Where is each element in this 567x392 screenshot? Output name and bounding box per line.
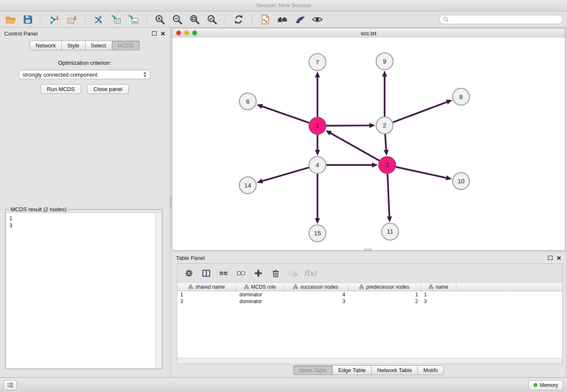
- memory-status-icon: [534, 383, 537, 387]
- network-snapshot-icon[interactable]: [259, 13, 272, 26]
- mcds-result-list[interactable]: 13: [6, 213, 155, 368]
- close-panel-icon[interactable]: [160, 31, 165, 36]
- float-table-panel-icon[interactable]: [548, 256, 553, 260]
- table-cell: 4: [284, 292, 348, 298]
- edge-3-11[interactable]: [388, 174, 389, 217]
- search-box[interactable]: [439, 15, 563, 24]
- show-column-panel-icon[interactable]: [201, 268, 212, 279]
- table-tab-motifs[interactable]: Motifs: [417, 365, 444, 375]
- dropdown-stepper-icon: [143, 72, 147, 77]
- column-header-mcds-role[interactable]: MCDS role: [237, 283, 284, 291]
- control-tab-select[interactable]: Select: [85, 41, 112, 50]
- new-network-from-selection-icon[interactable]: [92, 13, 105, 26]
- window-titlebar: Session: New Session: [0, 0, 567, 11]
- import-table-from-file-icon[interactable]: [66, 13, 78, 26]
- zoom-selected-icon[interactable]: [206, 13, 218, 26]
- edge-3-1[interactable]: [331, 133, 380, 161]
- window-title: Session: New Session: [256, 2, 311, 8]
- table-cell: dominator: [237, 292, 284, 298]
- table-row[interactable]: 3dominator323: [177, 298, 562, 305]
- edge-arrow-icon: [382, 71, 387, 77]
- export-image-icon[interactable]: [127, 13, 140, 26]
- panel-menu-button[interactable]: [4, 380, 17, 390]
- table-panel: Table Panel f(x) shared nameMCDS rolesuc…: [172, 252, 565, 377]
- table-settings-gear-icon[interactable]: [183, 268, 194, 279]
- unselect-all-columns-icon[interactable]: [235, 268, 246, 279]
- edge-2-3[interactable]: [385, 134, 386, 150]
- search-input[interactable]: [451, 16, 559, 23]
- edge-arrow-icon: [315, 218, 320, 224]
- network-window-titlebar[interactable]: scc.txt: [172, 28, 565, 38]
- save-session-icon[interactable]: [22, 13, 34, 26]
- control-tab-style[interactable]: Style: [61, 41, 85, 50]
- table-panel-title: Table Panel: [176, 255, 205, 261]
- table-row[interactable]: 1dominator411: [177, 291, 562, 298]
- toolbar-separator: [225, 14, 226, 25]
- sort-icon: [244, 284, 249, 289]
- optimization-dropdown[interactable]: strongly connected component: [19, 70, 150, 79]
- toolbar-separator: [252, 14, 252, 25]
- zoom-fit-icon[interactable]: [188, 13, 201, 26]
- table-tab-network-table[interactable]: Network Table: [371, 365, 418, 375]
- open-file-icon[interactable]: [4, 13, 17, 26]
- style-paint-icon[interactable]: [294, 13, 306, 26]
- result-line: 1: [6, 215, 155, 222]
- node-label-14: 14: [244, 182, 251, 189]
- table-tab-node-table[interactable]: Node Table: [293, 365, 333, 375]
- window-close-button[interactable]: [176, 30, 181, 36]
- control-tab-network[interactable]: Network: [30, 41, 62, 50]
- control-tab-mcds[interactable]: MCDS: [112, 41, 140, 50]
- control-panel: Control Panel NetworkStyleSelectMCDS Opt…: [0, 28, 169, 377]
- edge-2-8[interactable]: [393, 102, 447, 122]
- node-label-4: 4: [316, 161, 319, 168]
- float-panel-icon[interactable]: [152, 31, 157, 36]
- edge-1-6[interactable]: [262, 106, 309, 123]
- network-canvas[interactable]: 7968124314101511: [172, 38, 565, 250]
- edge-arrow-icon: [384, 150, 389, 156]
- table-tab-edge-table[interactable]: Edge Table: [332, 365, 372, 375]
- add-column-icon[interactable]: [253, 268, 264, 279]
- memory-button[interactable]: Memory: [528, 380, 563, 390]
- run-mcds-button[interactable]: Run MCDS: [41, 84, 81, 94]
- window-zoom-button[interactable]: [192, 30, 197, 36]
- import-network-from-file-icon[interactable]: [48, 13, 61, 26]
- control-panel-header: Control Panel: [0, 28, 169, 39]
- delete-column-icon[interactable]: [270, 268, 281, 279]
- table-cell: 1: [421, 292, 457, 298]
- home-view-icon[interactable]: [276, 13, 289, 26]
- edge-arrow-icon: [446, 175, 452, 180]
- column-header-predecessor-nodes[interactable]: predecessor nodes: [348, 283, 421, 291]
- edge-4-14[interactable]: [262, 168, 309, 181]
- horizontal-splitter[interactable]: [364, 248, 373, 251]
- node-label-8: 8: [459, 93, 462, 100]
- result-scrollbar[interactable]: [155, 213, 161, 368]
- zoom-out-icon[interactable]: [171, 13, 184, 26]
- edge-arrow-icon: [315, 72, 320, 77]
- node-label-11: 11: [387, 228, 394, 235]
- show-hide-graphics-icon[interactable]: [311, 13, 324, 26]
- table-cell: 3: [421, 298, 457, 304]
- window-minimize-button[interactable]: [184, 30, 189, 36]
- column-header-label: predecessor nodes: [366, 284, 409, 290]
- refresh-view-icon[interactable]: [232, 13, 245, 26]
- close-table-panel-icon[interactable]: [556, 256, 561, 260]
- optimization-criterion-label: Optimization criterion:: [0, 60, 169, 66]
- column-header-name[interactable]: name: [421, 283, 457, 291]
- close-panel-button[interactable]: Close panel: [87, 84, 129, 94]
- sort-icon: [293, 284, 298, 289]
- zoom-in-icon[interactable]: [154, 13, 166, 26]
- column-header-shared-name[interactable]: shared name: [177, 283, 237, 291]
- export-table-icon[interactable]: [110, 13, 122, 26]
- table-panel-header: Table Panel: [172, 252, 565, 263]
- edge-3-10[interactable]: [396, 167, 446, 178]
- sort-icon: [188, 284, 193, 289]
- mcds-result-group: MCDS result (2 nodes) 13: [5, 209, 162, 369]
- search-icon: [443, 17, 449, 22]
- table-hscrollbar[interactable]: [177, 358, 562, 364]
- edge-arrow-icon: [387, 216, 392, 222]
- memory-label: Memory: [540, 382, 558, 388]
- select-all-columns-icon[interactable]: [218, 268, 229, 279]
- edge-1-2[interactable]: [326, 125, 369, 126]
- control-panel-title: Control Panel: [4, 30, 38, 37]
- column-header-successor-nodes[interactable]: successor nodes: [284, 283, 348, 291]
